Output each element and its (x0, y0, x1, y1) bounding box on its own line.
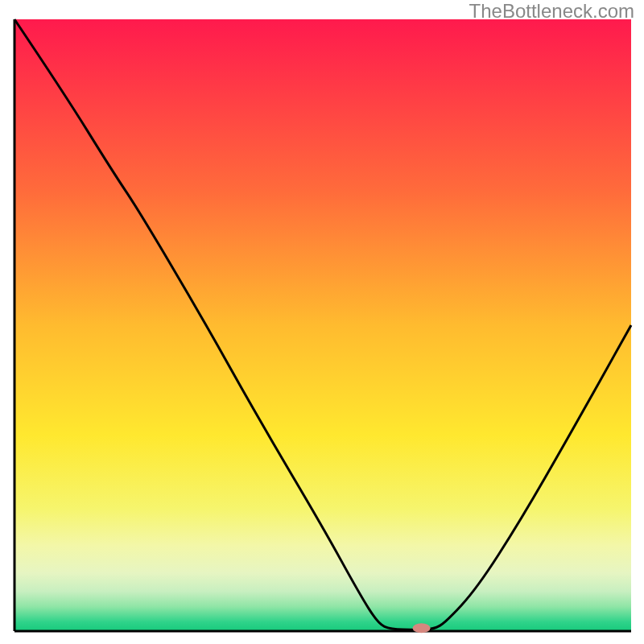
optimal-marker (413, 623, 431, 633)
watermark-text: TheBottleneck.com (469, 0, 634, 23)
bottleneck-chart (0, 0, 644, 644)
plot-background (14, 19, 631, 631)
chart-container: TheBottleneck.com (0, 0, 644, 644)
